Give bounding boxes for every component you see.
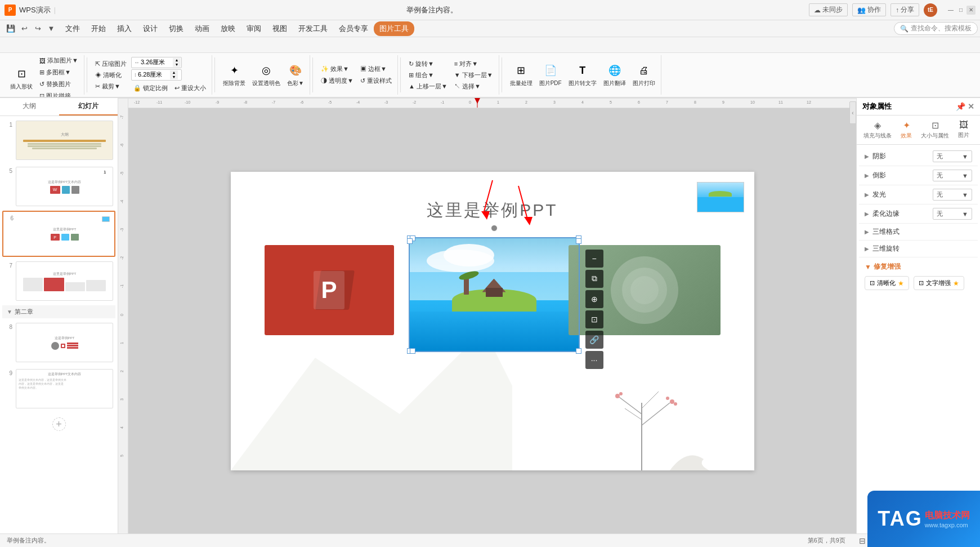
width-field[interactable] <box>141 59 172 66</box>
crop-btn[interactable]: ✂ 裁剪▼ <box>93 81 129 92</box>
menu-developer[interactable]: 开发工具 <box>293 21 333 36</box>
image-puzzle-btn[interactable]: ⊡图片拼接 <box>37 91 80 98</box>
unsync-button[interactable]: ☁ 未同步 <box>809 3 848 16</box>
menu-animation[interactable]: 动画 <box>189 21 215 36</box>
align-btn[interactable]: ≡ 对齐▼ <box>452 59 495 69</box>
notes-label[interactable]: 举例备注内容。 <box>7 536 799 545</box>
3d-rotate-row[interactable]: ▶ 三维旋转 <box>859 241 978 257</box>
select-btn[interactable]: ↖ 选择▼ <box>452 81 495 92</box>
shadow-row[interactable]: ▶ 阴影 无 ▼ <box>859 147 978 166</box>
soft-edge-row[interactable]: ▶ 柔化边缘 无 ▼ <box>859 204 978 223</box>
width-up[interactable]: ▲ <box>173 58 181 63</box>
replace-image-btn[interactable]: ↺替换图片 <box>37 79 80 90</box>
menu-vip[interactable]: 会员专享 <box>333 21 374 36</box>
remove-bg-btn[interactable]: ✦ 抠除背景 <box>221 61 248 88</box>
image-to-text-btn[interactable]: T 图片转文字 <box>566 61 599 88</box>
image-pdf-btn[interactable]: 📄 图片PDF <box>537 61 564 88</box>
set-transparent-btn[interactable]: ◎ 设置透明色 <box>250 61 283 88</box>
more-quick-btn[interactable]: ▼ <box>45 23 57 35</box>
soft-edge-dropdown[interactable]: 无 ▼ <box>933 208 972 220</box>
outline-tab[interactable]: 大纲 <box>0 98 59 115</box>
handle-mr[interactable] <box>576 238 581 244</box>
3d-format-row[interactable]: ▶ 三维格式 <box>859 224 978 240</box>
collab-button[interactable]: 👥 协作 <box>852 3 886 16</box>
height-input[interactable]: ↕ ▲▼ <box>131 69 182 81</box>
handle-ml[interactable] <box>407 238 413 244</box>
close-button[interactable]: ✕ <box>966 6 975 15</box>
reset-style-btn[interactable]: ↺ 重设样式 <box>358 75 394 86</box>
canvas-container[interactable]: 这里是举例PPT P <box>128 108 856 533</box>
rotate-handle[interactable] <box>491 225 498 232</box>
text-enhance-btn[interactable]: ⊡ 文字增强 ★ <box>914 276 964 290</box>
height-up[interactable]: ▲ <box>170 70 178 75</box>
menu-picture-tools[interactable]: 图片工具 <box>374 21 414 36</box>
ctx-link-btn[interactable]: 🔗 <box>585 331 603 349</box>
menu-insert[interactable]: 插入 <box>111 21 137 36</box>
handle-br[interactable] <box>576 348 581 354</box>
slide-image-1[interactable]: P <box>265 245 394 335</box>
insert-shape-btn[interactable]: ⊡ 插入形状 <box>8 65 35 92</box>
close-panel-btn[interactable]: ✕ <box>968 102 974 111</box>
reflection-row[interactable]: ▶ 倒影 无 ▼ <box>859 166 978 185</box>
redo-btn[interactable]: ↪ <box>32 23 44 35</box>
glow-dropdown[interactable]: 无 ▼ <box>933 189 972 201</box>
height-field[interactable] <box>138 72 169 78</box>
transparency-btn[interactable]: ◑ 透明度▼ <box>319 75 356 86</box>
up-layer-btn[interactable]: ▲ 上移一层▼ <box>406 81 450 92</box>
width-input[interactable]: ↔ ▲▼ <box>131 57 182 68</box>
add-slide-btn[interactable]: + <box>52 417 66 431</box>
ctx-more-btn[interactable]: ··· <box>585 351 603 369</box>
normal-view-btn[interactable]: ⊟ <box>859 536 866 545</box>
effects-btn[interactable]: ✨ 效果▼ <box>319 64 356 74</box>
collapse-panel-btn[interactable]: ‹ <box>849 101 856 124</box>
share-button[interactable]: ↑ 分享 <box>890 3 919 16</box>
minimize-button[interactable]: — <box>946 6 955 15</box>
menu-slideshow[interactable]: 放映 <box>215 21 241 36</box>
group-btn[interactable]: ⊞ 组合▼ <box>406 70 450 81</box>
maximize-button[interactable]: □ <box>956 6 965 15</box>
height-down[interactable]: ▼ <box>170 75 178 79</box>
size-props-tab[interactable]: ⊡ 大小与属性 <box>918 118 952 142</box>
width-down[interactable]: ▼ <box>173 63 181 67</box>
ctx-crop2-btn[interactable]: ⊡ <box>585 310 603 328</box>
slides-tab[interactable]: 幻灯片 <box>59 98 118 115</box>
slide-item-9[interactable]: 9 这是举例PPT文本内容 这里是举例文本内容，这里是举例文本 内容，这里是举例… <box>2 367 115 411</box>
slide-item-8[interactable]: 8 这是举例PPT <box>2 321 115 364</box>
sharpen-btn[interactable]: ◈ 清晰化 <box>93 70 129 81</box>
menu-view[interactable]: 视图 <box>267 21 293 36</box>
handle-bm[interactable] <box>410 348 415 354</box>
multi-image-btn[interactable]: ⊞多图框▼ <box>37 67 80 78</box>
menu-transitions[interactable]: 切换 <box>163 21 189 36</box>
shadow-dropdown[interactable]: 无 ▼ <box>933 150 972 162</box>
compress-btn[interactable]: ⇱ 压缩图片 <box>93 59 129 69</box>
ctx-minus-btn[interactable]: − <box>585 250 603 268</box>
colorize-btn[interactable]: 🎨 色彩▼ <box>285 61 306 88</box>
menu-file[interactable]: 文件 <box>60 21 86 36</box>
add-image-btn[interactable]: 🖼添加图片▼ <box>37 55 80 66</box>
picture-tab[interactable]: 🖼 图片 <box>955 118 973 142</box>
save-quick-btn[interactable]: 💾 <box>5 23 17 35</box>
pin-btn[interactable]: 📌 <box>956 102 965 111</box>
reflection-dropdown[interactable]: 无 ▼ <box>933 170 972 181</box>
print-image-btn[interactable]: 🖨 图片打印 <box>630 61 657 88</box>
menu-home[interactable]: 开始 <box>86 21 111 36</box>
down-layer-btn[interactable]: ▼ 下移一层▼ <box>452 70 495 81</box>
image-2-container[interactable]: − ⧉ ⊕ ⊡ 🔗 ··· <box>410 238 579 351</box>
slide-item-1[interactable]: 1 大纲 <box>2 118 115 162</box>
ctx-layers-btn[interactable]: ⧉ <box>585 270 603 288</box>
sharpen-enhance-btn[interactable]: ⊡ 清晰化 ★ <box>865 276 909 290</box>
fill-stroke-tab[interactable]: ◈ 填充与线条 <box>860 118 895 142</box>
border-btn[interactable]: ▣ 边框▼ <box>358 64 394 74</box>
menu-review[interactable]: 审阅 <box>241 21 267 36</box>
glow-row[interactable]: ▶ 发光 无 ▼ <box>859 185 978 204</box>
ctx-zoom-btn[interactable]: ⊕ <box>585 290 603 308</box>
lock-ratio-btn[interactable]: 🔒 锁定比例 <box>131 83 170 94</box>
slide-item-7[interactable]: 7 这里是举例PPT <box>2 259 115 303</box>
reset-size-btn[interactable]: ↩ 重设大小 <box>172 83 208 94</box>
slide-item-5[interactable]: 5 这是举例PPT文本内容 W 1 <box>2 164 115 208</box>
slide-item-6[interactable]: 6 这里是举例PPT P <box>2 211 115 257</box>
menu-design[interactable]: 设计 <box>137 21 163 36</box>
image-translate-btn[interactable]: 🌐 图片翻译 <box>601 61 628 88</box>
undo-btn[interactable]: ↩ <box>18 23 30 35</box>
rotate-btn[interactable]: ↻ 旋转▼ <box>406 59 450 69</box>
